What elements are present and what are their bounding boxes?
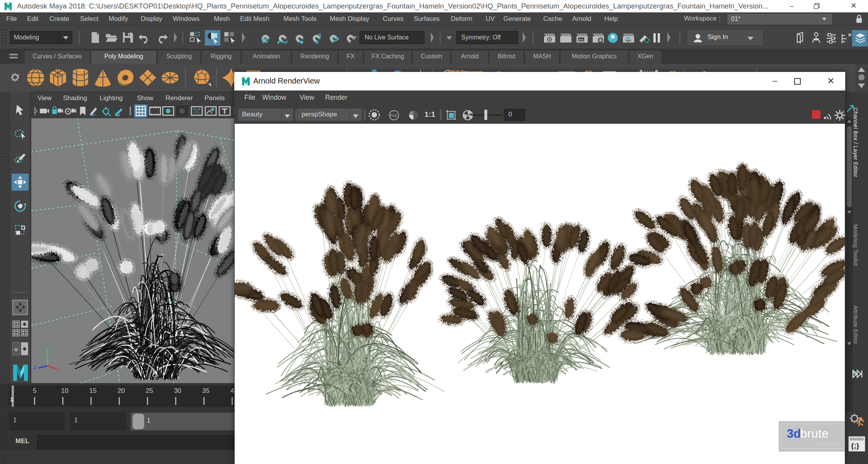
svg-text:z: z: [34, 363, 37, 370]
svg-text:x: x: [57, 367, 60, 373]
svg-text:{;}: {;}: [851, 442, 859, 450]
svg-text:RGB: RGB: [390, 114, 397, 118]
svg-text:y: y: [46, 346, 49, 353]
svg-text:IPR: IPR: [578, 38, 584, 42]
